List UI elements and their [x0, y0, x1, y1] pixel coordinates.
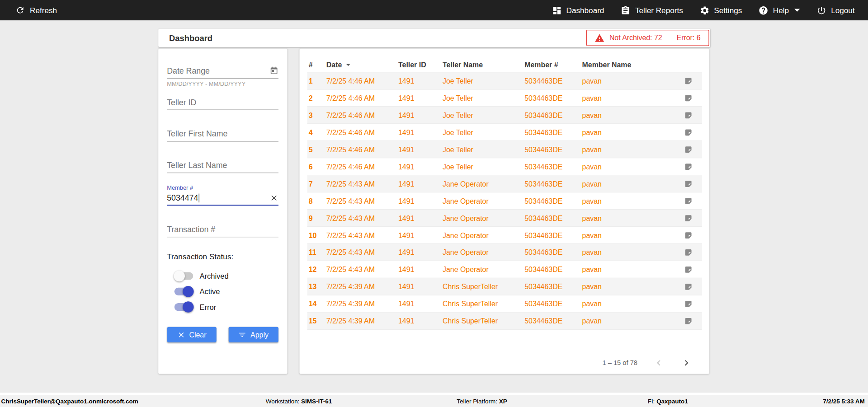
- row-member-name: pavan: [582, 265, 676, 273]
- clear-button[interactable]: Clear: [167, 327, 217, 342]
- toggle-error[interactable]: Error: [174, 299, 278, 314]
- member-number-value: 5034474: [167, 194, 198, 203]
- note-icon[interactable]: [684, 94, 692, 102]
- row-note-cell: [676, 179, 702, 187]
- teller-first-name-input[interactable]: [167, 126, 278, 141]
- table-row[interactable]: 14 7/2/25 4:39 AM 1491 Chris SuperTeller…: [307, 295, 702, 313]
- note-icon[interactable]: [684, 231, 692, 239]
- row-member-name: pavan: [582, 128, 676, 136]
- toggle-archived[interactable]: Archived: [174, 268, 278, 284]
- note-icon[interactable]: [684, 299, 692, 308]
- note-icon[interactable]: [684, 145, 692, 153]
- row-note-cell: [676, 128, 702, 136]
- nav-logout-label: Logout: [831, 6, 854, 15]
- note-icon[interactable]: [684, 214, 692, 222]
- pagination: 1 – 15 of 78: [307, 356, 702, 370]
- row-note-cell: [676, 94, 702, 102]
- col-teller-id[interactable]: Teller ID: [398, 61, 443, 69]
- table-body: 1 7/2/25 4:46 AM 1491 Joe Teller 5034463…: [307, 72, 702, 329]
- row-date: 7/2/25 4:43 AM: [326, 196, 398, 205]
- date-range-input[interactable]: [167, 63, 278, 79]
- refresh-button[interactable]: Refresh: [15, 5, 57, 15]
- col-member-name[interactable]: Member Name: [582, 61, 676, 69]
- note-icon[interactable]: [684, 162, 692, 170]
- date-range-field-wrap: MM/DD/YYYY - MM/DD/YYYY: [167, 63, 278, 79]
- note-icon[interactable]: [684, 128, 692, 136]
- note-icon[interactable]: [684, 179, 692, 187]
- clear-button-label: Clear: [189, 331, 206, 339]
- table-row[interactable]: 3 7/2/25 4:46 AM 1491 Joe Teller 5034463…: [307, 107, 702, 124]
- clear-field-icon[interactable]: [269, 194, 278, 203]
- table-row[interactable]: 5 7/2/25 4:46 AM 1491 Joe Teller 5034463…: [307, 141, 702, 158]
- member-number-input[interactable]: 5034474: [167, 192, 278, 206]
- note-icon[interactable]: [684, 111, 692, 119]
- row-member-name: pavan: [582, 282, 676, 290]
- row-note-cell: [676, 214, 702, 222]
- table-row[interactable]: 4 7/2/25 4:46 AM 1491 Joe Teller 5034463…: [307, 124, 702, 141]
- note-icon[interactable]: [684, 196, 692, 205]
- row-member-number: 5034463DE: [524, 77, 582, 85]
- row-teller-name: Jane Operator: [443, 214, 524, 222]
- app: Refresh Dashboard Teller Reports Setting…: [0, 0, 868, 407]
- col-teller-name[interactable]: Teller Name: [443, 61, 524, 69]
- row-member-name: pavan: [582, 299, 676, 308]
- reports-icon: [621, 5, 631, 15]
- nav-teller-reports[interactable]: Teller Reports: [621, 5, 683, 15]
- row-member-name: pavan: [582, 214, 676, 222]
- row-member-number: 5034463DE: [524, 128, 582, 136]
- table-row[interactable]: 10 7/2/25 4:43 AM 1491 Jane Operator 503…: [307, 227, 702, 244]
- note-icon[interactable]: [684, 77, 692, 85]
- row-note-cell: [676, 111, 702, 119]
- next-page-button[interactable]: [679, 356, 693, 370]
- toggle-active[interactable]: Active: [174, 284, 278, 299]
- table-row[interactable]: 11 7/2/25 4:43 AM 1491 Jane Operator 503…: [307, 244, 702, 261]
- filter-buttons: Clear Apply: [167, 327, 278, 342]
- col-date[interactable]: Date: [326, 60, 398, 70]
- table-row[interactable]: 15 7/2/25 4:39 AM 1491 Chris SuperTeller…: [307, 313, 702, 330]
- col-number[interactable]: #: [309, 61, 326, 69]
- row-note-cell: [676, 317, 702, 325]
- date-range-hint: MM/DD/YYYY - MM/DD/YYYY: [167, 80, 245, 87]
- nav-dashboard-label: Dashboard: [566, 6, 604, 15]
- note-icon[interactable]: [684, 317, 692, 325]
- row-note-cell: [676, 196, 702, 205]
- row-note-cell: [676, 299, 702, 308]
- nav-help[interactable]: Help: [759, 5, 800, 15]
- row-date: 7/2/25 4:46 AM: [326, 77, 398, 85]
- status-bar: ChrisSuperTeller@Qaxpauto1.onmicrosoft.c…: [0, 395, 868, 407]
- table-row[interactable]: 7 7/2/25 4:43 AM 1491 Jane Operator 5034…: [307, 175, 702, 192]
- table-row[interactable]: 8 7/2/25 4:43 AM 1491 Jane Operator 5034…: [307, 192, 702, 210]
- table-row[interactable]: 12 7/2/25 4:43 AM 1491 Jane Operator 503…: [307, 261, 702, 278]
- col-member-number[interactable]: Member #: [524, 61, 582, 69]
- row-teller-id: 1491: [398, 128, 443, 136]
- topbar: Refresh Dashboard Teller Reports Setting…: [0, 0, 868, 20]
- table-row[interactable]: 9 7/2/25 4:43 AM 1491 Jane Operator 5034…: [307, 210, 702, 227]
- note-icon[interactable]: [684, 248, 692, 256]
- prev-page-button[interactable]: [652, 356, 665, 370]
- row-date: 7/2/25 4:43 AM: [326, 214, 398, 222]
- apply-button[interactable]: Apply: [229, 327, 278, 342]
- nav-settings[interactable]: Settings: [699, 5, 742, 15]
- note-icon[interactable]: [684, 282, 692, 290]
- table-row[interactable]: 6 7/2/25 4:46 AM 1491 Joe Teller 5034463…: [307, 158, 702, 175]
- nav-dashboard[interactable]: Dashboard: [552, 5, 604, 15]
- gear-icon: [699, 5, 709, 15]
- nav-logout[interactable]: Logout: [816, 5, 854, 15]
- table-row[interactable]: 2 7/2/25 4:46 AM 1491 Joe Teller 5034463…: [307, 89, 702, 107]
- text-cursor: [199, 194, 199, 203]
- teller-last-name-input[interactable]: [167, 158, 278, 173]
- transaction-number-input[interactable]: [167, 222, 278, 237]
- row-number: 1: [309, 77, 326, 85]
- chevron-left-icon: [653, 357, 664, 368]
- sort-desc-icon: [343, 60, 353, 70]
- row-date: 7/2/25 4:46 AM: [326, 94, 398, 102]
- table-row[interactable]: 13 7/2/25 4:39 AM 1491 Chris SuperTeller…: [307, 278, 702, 295]
- fi-info: FI: Qaxpauto1: [648, 398, 688, 404]
- calendar-icon[interactable]: [269, 66, 278, 75]
- table-row[interactable]: 1 7/2/25 4:46 AM 1491 Joe Teller 5034463…: [307, 72, 702, 89]
- topbar-nav: Dashboard Teller Reports Settings Help L…: [552, 5, 855, 15]
- teller-id-input[interactable]: [167, 94, 278, 110]
- note-icon[interactable]: [684, 265, 692, 273]
- row-member-number: 5034463DE: [524, 162, 582, 170]
- toggle-active-label: Active: [199, 287, 220, 295]
